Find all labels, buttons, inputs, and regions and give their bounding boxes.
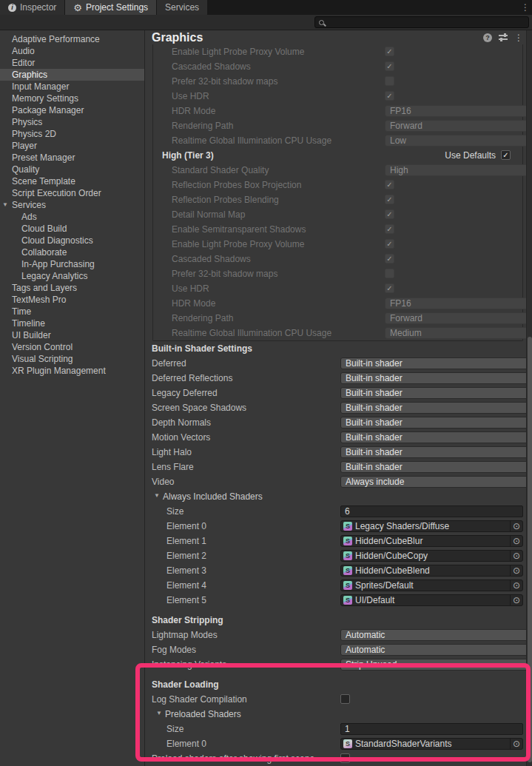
row-always-included-shaders: ▼Always Included Shaders [145,489,526,504]
lens-flare-dropdown[interactable]: Built-in shader [340,461,526,473]
sidebar-item-input-manager[interactable]: Input Manager [0,81,144,93]
sidebar-item-physics[interactable]: Physics [0,116,144,128]
depth-normals-dropdown[interactable]: Built-in shader [340,417,526,429]
log-shader-compilation-checkbox[interactable] [340,694,350,704]
dropdown-value: Built-in shader [346,462,403,472]
deferred-reflections-dropdown[interactable]: Built-in shader [340,372,526,384]
sidebar-item-physics-2d[interactable]: Physics 2D [0,128,144,140]
cascaded-shadows-checkbox: ✓ [385,254,394,263]
object-picker-icon[interactable]: ⊙ [510,595,522,605]
sidebar-item-legacy-analytics[interactable]: Legacy Analytics [0,270,144,282]
size-input[interactable]: 6 [340,505,523,517]
field-label: Depth Normals [152,417,211,428]
sidebar-item-package-manager[interactable]: Package Manager [0,104,144,116]
sidebar-item-xr-plugin-management[interactable]: XR Plugin Management [0,365,144,377]
row-prefer-32-bit-shadow-maps: Prefer 32-bit shadow maps [153,74,522,89]
field-label: Use HDR [172,283,209,294]
object-picker-icon[interactable]: ⊙ [510,551,522,561]
sidebar-item-cloud-diagnostics[interactable]: Cloud Diagnostics [0,235,144,246]
sidebar-item-script-execution-order[interactable]: Script Execution Order [0,187,144,199]
sidebar-item-collaborate[interactable]: Collaborate [0,246,144,258]
foldout-triangle-icon[interactable]: ▼ [154,493,160,499]
lightmap-modes-dropdown[interactable]: Automatic [340,629,526,641]
foldout-triangle-icon[interactable]: ▼ [2,202,8,208]
object-picker-icon[interactable]: ⊙ [510,565,522,576]
preload-shaders-after-showing-first-scene-checkbox[interactable] [340,753,350,763]
element-3-object-field[interactable]: Hidden/CubeBlend⊙ [340,565,523,577]
sidebar-item-audio[interactable]: Audio [0,45,144,57]
sidebar-item-ui-builder[interactable]: UI Builder [0,329,144,341]
help-icon[interactable]: ? [483,33,492,42]
row-rendering-path: Rendering PathForward [153,118,522,133]
field-label: Deferred [152,358,186,369]
dropdown-value: High [390,165,408,175]
sidebar-item-scene-template[interactable]: Scene Template [0,175,144,187]
dropdown-value: Forward [390,121,422,131]
video-dropdown[interactable]: Always include [340,476,526,488]
sidebar-item-quality[interactable]: Quality [0,164,144,175]
sidebar-item-visual-scripting[interactable]: Visual Scripting [0,353,144,365]
deferred-dropdown[interactable]: Built-in shader [340,357,526,369]
element-2-object-field[interactable]: Hidden/CubeCopy⊙ [340,550,523,562]
sidebar-item-label: UI Builder [12,330,51,340]
sidebar-item-version-control[interactable]: Version Control [0,341,144,353]
sidebar-item-label: Memory Settings [12,93,78,104]
element-0-object-field[interactable]: Legacy Shaders/Diffuse⊙ [340,520,523,532]
sidebar-item-player[interactable]: Player [0,140,144,152]
row-high-tier-3: High (Tier 3)Use Defaults✓ [153,148,522,163]
field-label: Enable Light Probe Proxy Volume [172,47,304,57]
field-label: Fog Modes [152,645,196,655]
vertical-scrollbar[interactable] [526,30,532,766]
object-picker-icon[interactable]: ⊙ [510,580,522,591]
field-label: Size [166,724,183,734]
element-1-object-field[interactable]: Hidden/CubeBlur⊙ [340,535,523,547]
sidebar-item-tags-and-layers[interactable]: Tags and Layers [0,282,144,294]
screen-space-shadows-dropdown[interactable]: Built-in shader [340,402,526,414]
settings-scroll[interactable]: Enable Light Probe Proxy Volume✓Cascaded… [145,44,526,766]
tab-inspector[interactable]: iInspector [0,0,64,15]
tab-project-settings[interactable]: ⚙Project Settings [65,0,156,15]
sidebar-item-graphics[interactable]: Graphics [0,69,144,81]
presets-icon[interactable] [499,33,508,41]
window-menu-icon[interactable]: ⋮ [521,0,530,15]
object-value: StandardShaderVariants [355,739,452,749]
instancing-variants-dropdown[interactable]: Strip Unused [340,659,526,671]
sidebar-item-editor[interactable]: Editor [0,57,144,69]
dropdown-value: FP16 [390,106,411,116]
element-5-object-field[interactable]: UI/Default⊙ [340,594,523,606]
realtime-global-illumination-cpu-usage-dropdown: Medium [385,327,526,339]
foldout-triangle-icon[interactable]: ▼ [156,710,162,716]
sidebar-item-ads[interactable]: Ads [0,211,144,223]
sidebar-item-preset-manager[interactable]: Preset Manager [0,152,144,164]
fog-modes-dropdown[interactable]: Automatic [340,644,526,656]
field-label: Screen Space Shadows [152,403,246,413]
search-input[interactable] [328,17,528,27]
sidebar-item-services[interactable]: ▼Services [0,199,144,211]
tab-services[interactable]: Services [157,0,207,15]
size-input[interactable]: 1 [340,723,523,735]
legacy-deferred-dropdown[interactable]: Built-in shader [340,387,526,399]
object-picker-icon[interactable]: ⊙ [510,536,522,546]
field-label: Prefer 32-bit shadow maps [172,269,277,279]
dropdown-value: Built-in shader [346,358,403,369]
object-picker-icon[interactable]: ⊙ [510,521,522,531]
sidebar-item-time[interactable]: Time [0,306,144,318]
scrollbar-thumb[interactable] [528,337,532,762]
object-picker-icon[interactable]: ⊙ [510,739,522,749]
panel-menu-icon[interactable]: ⋮ [514,33,523,43]
sidebar-item-in-app-purchasing[interactable]: In-App Purchasing [0,258,144,270]
motion-vectors-dropdown[interactable]: Built-in shader [340,431,526,443]
sidebar-item-adaptive-performance[interactable]: Adaptive Performance [0,33,144,45]
foldout-label: Preloaded Shaders [165,709,241,719]
element-4-object-field[interactable]: Sprites/Default⊙ [340,579,523,591]
field-label: HDR Mode [172,298,215,309]
use-defaults-checkbox[interactable]: ✓ [501,150,511,160]
sidebar-item-cloud-build[interactable]: Cloud Build [0,223,144,235]
sidebar-item-textmesh-pro[interactable]: TextMesh Pro [0,294,144,306]
dropdown-value: Built-in shader [346,447,403,457]
sidebar-item-label: Player [12,141,37,151]
sidebar-item-timeline[interactable]: Timeline [0,318,144,329]
light-halo-dropdown[interactable]: Built-in shader [340,446,526,458]
sidebar-item-memory-settings[interactable]: Memory Settings [0,93,144,104]
element-0-object-field[interactable]: StandardShaderVariants⊙ [340,738,523,750]
